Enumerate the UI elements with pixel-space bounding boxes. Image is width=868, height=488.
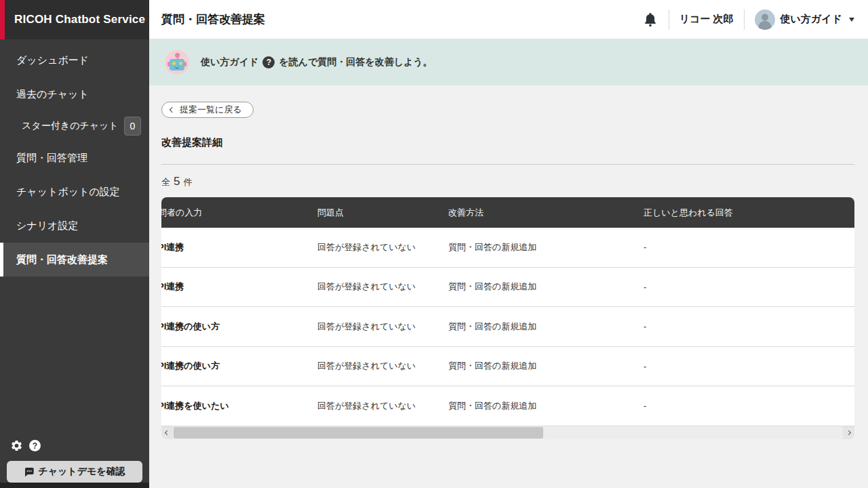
scrollbar-right-arrow[interactable] [843,426,854,439]
chevron-right-icon [846,430,851,434]
cell-method: 質問・回答の新規追加 [446,400,641,412]
sidebar-item-label: シナリオ設定 [16,220,78,232]
cell-problem: 回答が登録されていない [315,360,446,372]
scrollbar-track[interactable] [173,426,843,439]
sidebar: RICOH Chatbot Service ダッシュボード 過去のチャット スタ… [0,0,149,488]
app-root: RICOH Chatbot Service ダッシュボード 過去のチャット スタ… [0,0,868,488]
count-suffix: 件 [183,176,192,188]
cell-problem: 回答が登録されていない [315,321,446,333]
table-header-row: 問者の入力 問題点 改善方法 正しいと思われる回答 [161,197,854,228]
sidebar-item-dashboard[interactable]: ダッシュボード [0,43,149,77]
chevron-left-icon [170,107,175,113]
settings-gear-icon[interactable] [10,439,23,452]
cell-answer: - [641,361,854,371]
user-avatar [755,9,775,30]
sidebar-item-starred-chats[interactable]: スター付きのチャット 0 [0,111,149,141]
col-header-improvement: 改善方法 [446,207,641,219]
back-button-label: 提案一覧に戻る [180,104,242,116]
account-menu[interactable]: 使い方ガイド [755,9,854,30]
main-area: 質問・回答改善提案 リコー 次郎 使い方ガイド [149,0,868,488]
guide-banner-text: 使い方ガイド ? を読んで質問・回答を改善しよう。 [201,56,433,68]
table-row[interactable]: PI連携の使い方 回答が登録されていない 質問・回答の新規追加 - [161,307,854,347]
page-title: 質問・回答改善提案 [161,12,265,27]
banner-text-after: を読んで質問・回答を改善しよう。 [279,56,432,68]
sidebar-item-label: 質問・回答改善提案 [16,253,108,266]
scrollbar-thumb[interactable] [174,427,543,439]
cell-input: PI連携の使い方 [161,321,315,333]
cell-answer: - [641,242,854,252]
count-prefix: 全 [161,176,170,188]
horizontal-scrollbar[interactable] [161,426,854,439]
col-header-questioner-input: 問者の入力 [161,207,315,219]
cell-answer: - [641,321,854,331]
account-name: 使い方ガイド [781,13,842,26]
caret-down-icon [849,18,854,22]
user-name: リコー 次郎 [679,13,734,26]
table-row[interactable]: PI連携の使い方 回答が登録されていない 質問・回答の新規追加 - [161,347,854,387]
app-logo: RICOH Chatbot Service [0,0,149,39]
cell-input: PI連携を使いたい [161,400,315,412]
cell-method: 質問・回答の新規追加 [446,241,641,253]
sidebar-item-scenario-settings[interactable]: シナリオ設定 [0,209,149,243]
sidebar-bottom-strip [0,483,149,488]
help-icon[interactable]: ? [29,440,41,451]
notification-bell-icon[interactable] [642,11,658,28]
cell-method: 質問・回答の新規追加 [446,321,641,333]
cell-input: PI連携 [161,281,315,293]
banner-help-icon[interactable]: ? [262,56,275,68]
app-logo-text: RICOH Chatbot Service [9,13,145,26]
sidebar-footer: ? チャットデモを確認 [0,439,149,483]
sidebar-item-label: チャットボットの設定 [16,186,120,199]
table-row[interactable]: PI連携 回答が登録されていない 質問・回答の新規追加 - [161,268,854,308]
divider [161,164,854,165]
sidebar-item-qa-improvement[interactable]: 質問・回答改善提案 [0,243,149,277]
suggestions-table: 問者の入力 問題点 改善方法 正しいと思われる回答 PI連携 回答が登録されてい… [161,197,854,439]
cell-method: 質問・回答の新規追加 [446,281,641,293]
count-value: 5 [174,175,180,188]
table-row[interactable]: PI連携 回答が登録されていない 質問・回答の新規追加 - [161,228,854,268]
col-header-correct-answer: 正しいと思われる回答 [641,207,854,219]
divider [744,9,745,30]
cell-problem: 回答が登録されていない [315,400,446,412]
scrollbar-left-arrow[interactable] [161,426,173,439]
sidebar-item-label: 質問・回答管理 [16,152,87,165]
logo-red-accent [0,0,5,39]
total-count: 全 5 件 [161,175,854,188]
sidebar-item-qa-management[interactable]: 質問・回答管理 [0,141,149,175]
guide-banner: 使い方ガイド ? を読んで質問・回答を改善しよう。 [149,39,868,85]
top-bar: 質問・回答改善提案 リコー 次郎 使い方ガイド [149,0,868,39]
cell-answer: - [641,282,854,292]
col-header-problem: 問題点 [315,207,446,219]
section-title: 改善提案詳細 [161,136,854,149]
active-indicator [0,243,3,277]
cell-input: PI連携 [161,241,315,253]
table-row[interactable]: PI連携を使いたい 回答が登録されていない 質問・回答の新規追加 - [161,386,854,426]
chevron-left-icon [165,430,170,434]
sidebar-item-label: ダッシュボード [16,54,89,67]
starred-count-badge: 0 [124,117,141,136]
content-area: 提案一覧に戻る 改善提案詳細 全 5 件 問者の入力 問題点 改善方法 [149,85,868,488]
cell-method: 質問・回答の新規追加 [446,360,641,372]
sidebar-item-chatbot-settings[interactable]: チャットボットの設定 [0,175,149,209]
banner-text-before: 使い方ガイド [201,56,258,68]
cell-problem: 回答が登録されていない [315,241,446,253]
sidebar-item-past-chats[interactable]: 過去のチャット [0,77,149,111]
cell-input: PI連携の使い方 [161,360,315,372]
robot-avatar-icon [165,50,189,75]
sidebar-item-label: 過去のチャット [16,88,89,101]
back-to-list-button[interactable]: 提案一覧に戻る [161,102,254,118]
sidebar-item-label: スター付きのチャット [22,120,119,132]
cell-answer: - [641,401,854,411]
divider [669,9,669,30]
cell-problem: 回答が登録されていない [315,281,446,293]
chat-demo-button-label: チャットデモを確認 [38,466,125,478]
chat-bubble-icon [24,466,35,477]
chat-demo-button[interactable]: チャットデモを確認 [7,461,142,483]
sidebar-nav: ダッシュボード 過去のチャット スター付きのチャット 0 質問・回答管理 チャッ… [0,43,149,277]
